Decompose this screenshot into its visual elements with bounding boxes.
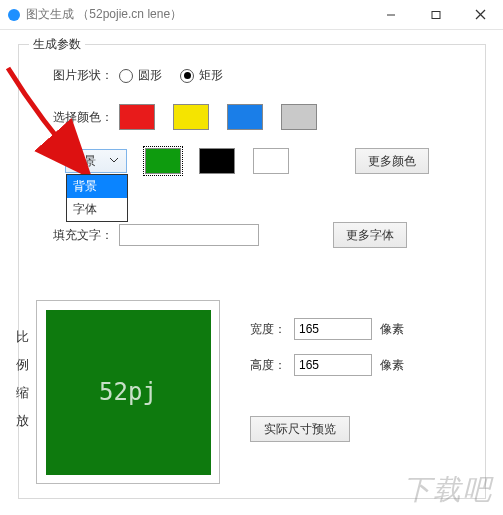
minimize-icon	[386, 10, 396, 20]
titlebar: 图文生成 （52pojie.cn lene）	[0, 0, 503, 30]
swatch-row-1	[119, 104, 335, 130]
swatch-black[interactable]	[199, 148, 235, 174]
width-input[interactable]	[294, 318, 372, 340]
radio-circle-label: 圆形	[138, 67, 162, 84]
fill-text-row: 填充文字： 更多字体	[33, 222, 471, 248]
preview-text: 52pj	[99, 378, 157, 406]
preview-image: 52pj	[46, 310, 211, 475]
swatch-white[interactable]	[253, 148, 289, 174]
target-dropdown: 背景 字体	[66, 174, 128, 222]
height-unit: 像素	[380, 357, 404, 374]
vl-0: 比	[16, 328, 32, 346]
swatch-green[interactable]	[145, 148, 181, 174]
radio-rect-indicator	[180, 69, 194, 83]
width-row: 宽度： 像素	[250, 318, 404, 340]
shape-radio-group: 圆形 矩形	[119, 67, 223, 84]
preview-area: 比 例 缩 放 52pj	[16, 300, 220, 484]
swatch-yellow[interactable]	[173, 104, 209, 130]
color-row-2: 背景 背景 字体 更多颜色	[33, 148, 471, 174]
color-row-1: 选择颜色：	[33, 104, 471, 130]
dimensions-panel: 宽度： 像素 高度： 像素 实际尺寸预览	[250, 318, 404, 442]
radio-rect[interactable]: 矩形	[180, 67, 223, 84]
chevron-down-icon	[108, 154, 122, 168]
svg-rect-1	[432, 11, 440, 18]
vl-3: 放	[16, 412, 32, 430]
window-controls	[368, 0, 503, 29]
radio-circle[interactable]: 圆形	[119, 67, 162, 84]
swatch-blue[interactable]	[227, 104, 263, 130]
fill-text-label: 填充文字：	[33, 227, 119, 244]
width-label: 宽度：	[250, 321, 286, 338]
app-icon	[8, 9, 20, 21]
maximize-icon	[431, 10, 441, 20]
radio-circle-indicator	[119, 69, 133, 83]
dropdown-item-bg[interactable]: 背景	[67, 175, 127, 198]
fill-text-input[interactable]	[119, 224, 259, 246]
minimize-button[interactable]	[368, 0, 413, 29]
group-legend: 生成参数	[29, 36, 85, 53]
radio-rect-label: 矩形	[199, 67, 223, 84]
combo-value: 背景	[72, 153, 96, 170]
height-label: 高度：	[250, 357, 286, 374]
actual-size-preview-button[interactable]: 实际尺寸预览	[250, 416, 350, 442]
color-label: 选择颜色：	[33, 109, 119, 126]
swatch-red[interactable]	[119, 104, 155, 130]
height-input[interactable]	[294, 354, 372, 376]
shape-label: 图片形状：	[33, 67, 119, 84]
height-row: 高度： 像素	[250, 354, 404, 376]
width-unit: 像素	[380, 321, 404, 338]
swatch-gray[interactable]	[281, 104, 317, 130]
dropdown-item-font[interactable]: 字体	[67, 198, 127, 221]
close-button[interactable]	[458, 0, 503, 29]
scale-vertical-label: 比 例 缩 放	[16, 328, 32, 484]
target-combo[interactable]: 背景 背景 字体	[65, 149, 127, 173]
preview-frame: 52pj	[36, 300, 220, 484]
vl-1: 例	[16, 356, 32, 374]
more-fonts-button[interactable]: 更多字体	[333, 222, 407, 248]
vl-2: 缩	[16, 384, 32, 402]
maximize-button[interactable]	[413, 0, 458, 29]
window-title: 图文生成 （52pojie.cn lene）	[26, 6, 368, 23]
more-colors-button[interactable]: 更多颜色	[355, 148, 429, 174]
shape-row: 图片形状： 圆形 矩形	[33, 67, 471, 84]
close-icon	[475, 9, 486, 20]
